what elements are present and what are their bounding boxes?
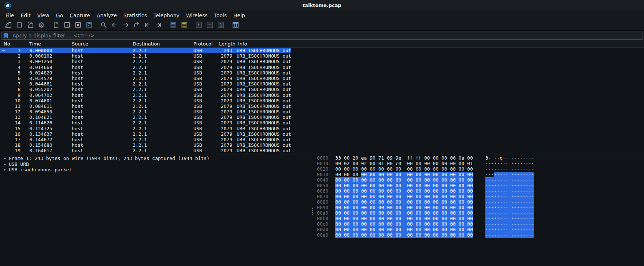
hex-row[interactable]: 00a000 00 00 00 00 00 00 00 00 00 00 00 … bbox=[314, 210, 644, 216]
packet-row[interactable]: 150.124725host2.2.1USB2079URB_ISOCHRONOU… bbox=[0, 126, 644, 131]
packet-row[interactable]: 100.074601host2.2.1USB2079URB_ISOCHRONOU… bbox=[0, 98, 644, 103]
reload-file-icon[interactable] bbox=[84, 20, 95, 30]
hex-offset: 0060 bbox=[317, 188, 328, 194]
auto-scroll-icon[interactable] bbox=[179, 20, 190, 30]
hex-row[interactable]: 009000 00 00 00 00 00 00 00 00 00 00 00 … bbox=[314, 205, 644, 210]
hex-row[interactable]: 004000 00 00 00 00 00 00 00 00 00 00 00 … bbox=[314, 177, 644, 183]
hex-row[interactable]: 008000 00 00 00 00 00 00 00 00 00 00 00 … bbox=[314, 199, 644, 205]
menu-capture[interactable]: Capture bbox=[66, 12, 93, 19]
capture-options-icon[interactable] bbox=[36, 20, 47, 30]
last-packet-icon[interactable] bbox=[153, 20, 164, 30]
hex-row[interactable]: 007000 00 00 00 00 00 00 00 00 00 00 00 … bbox=[314, 194, 644, 199]
menu-file[interactable]: File bbox=[2, 12, 17, 19]
hex-bytes: 00 00 00 00 00 00 00 00 00 00 00 00 00 0… bbox=[335, 216, 473, 221]
detail-item[interactable]: ▶Frame 1: 243 bytes on wire (1944 bits),… bbox=[0, 156, 311, 161]
hex-row[interactable]: 005000 00 00 00 00 00 00 00 00 00 00 00 … bbox=[314, 183, 644, 188]
go-to-packet-icon[interactable] bbox=[131, 20, 142, 30]
zoom-out-icon[interactable] bbox=[204, 20, 215, 30]
close-file-icon[interactable] bbox=[73, 20, 84, 30]
hex-row[interactable]: 002000 00 00 00 00 00 00 00 00 00 00 00 … bbox=[314, 166, 644, 172]
hex-row[interactable]: 001000 02 00 02 00 01 00 c0 00 00 00 00 … bbox=[314, 161, 644, 166]
first-packet-icon[interactable] bbox=[142, 20, 153, 30]
pane-splitter[interactable] bbox=[311, 154, 314, 266]
cell-destination: 2.2.1 bbox=[129, 59, 190, 64]
hex-bytes: 00 00 00 00 00 00 00 00 00 00 00 00 00 0… bbox=[335, 199, 473, 205]
hex-row[interactable]: 00b000 00 00 00 00 00 00 00 00 00 00 00 … bbox=[314, 216, 644, 221]
menu-wireless[interactable]: Wireless bbox=[183, 12, 211, 19]
expand-arrow-icon[interactable]: ▶ bbox=[3, 156, 7, 161]
packet-row[interactable]: 180.154680host2.2.1USB2079URB_ISOCHRONOU… bbox=[0, 142, 644, 148]
colorize-packets-icon[interactable] bbox=[168, 20, 179, 30]
packet-row[interactable]: 160.134637host2.2.1USB2079URB_ISOCHRONOU… bbox=[0, 131, 644, 137]
menu-telephony[interactable]: Telephony bbox=[150, 12, 183, 19]
column-header-length[interactable]: Length bbox=[215, 41, 234, 47]
packet-row[interactable]: 120.094650host2.2.1USB2079URB_ISOCHRONOU… bbox=[0, 109, 644, 114]
zoom-original-icon[interactable]: 1 bbox=[215, 20, 226, 30]
detail-item[interactable]: ▶USB URB bbox=[0, 161, 311, 167]
packet-row[interactable]: 10.000000host2.2.1USB243URB_ISOCHRONOUS … bbox=[0, 48, 644, 53]
packet-row[interactable]: 80.055202host2.2.1USB2079URB_ISOCHRONOUS… bbox=[0, 87, 644, 92]
packet-row[interactable]: 90.064702host2.2.1USB2079URB_ISOCHRONOUS… bbox=[0, 92, 644, 98]
column-header-source[interactable]: Source bbox=[68, 41, 129, 47]
detail-item[interactable]: ▶USB isochronous packet bbox=[0, 167, 311, 173]
cell-protocol: USB bbox=[190, 59, 215, 64]
cell-no: 7 bbox=[0, 81, 26, 87]
menu-analyze[interactable]: Analyze bbox=[93, 12, 120, 19]
menu-edit[interactable]: Edit bbox=[17, 12, 34, 19]
menu-help[interactable]: Help bbox=[230, 12, 248, 19]
packet-row[interactable]: 140.114626host2.2.1USB2079URB_ISOCHRONOU… bbox=[0, 120, 644, 125]
start-capture-icon[interactable] bbox=[3, 20, 14, 30]
packet-row[interactable]: 190.164617host2.2.1USB2079URB_ISOCHRONOU… bbox=[0, 148, 644, 153]
packet-row[interactable]: 130.104621host2.2.1USB2079URB_ISOCHRONOU… bbox=[0, 114, 644, 120]
column-header-no[interactable]: No. bbox=[0, 41, 26, 47]
menu-go[interactable]: Go bbox=[53, 12, 66, 19]
menu-tools[interactable]: Tools bbox=[211, 12, 230, 19]
stop-capture-icon[interactable] bbox=[14, 20, 25, 30]
cell-time: 0.074601 bbox=[26, 98, 68, 103]
display-filter-input[interactable] bbox=[10, 33, 643, 39]
packet-bytes-pane: 000033 00 20 ea 90 71 09 9e ff ff 00 00 … bbox=[314, 154, 644, 266]
hex-bytes-highlight: 00 00 00 00 00 00 00 00 00 00 00 00 00 bbox=[361, 172, 473, 177]
open-file-icon[interactable] bbox=[51, 20, 62, 30]
svg-text:1: 1 bbox=[220, 23, 222, 28]
bookmark-icon[interactable] bbox=[1, 32, 10, 39]
go-back-icon[interactable] bbox=[109, 20, 120, 30]
packet-row[interactable]: 170.144672host2.2.1USB2079URB_ISOCHRONOU… bbox=[0, 137, 644, 142]
packet-row[interactable]: 70.044661host2.2.1USB2079URB_ISOCHRONOUS… bbox=[0, 81, 644, 87]
hex-row[interactable]: 006000 00 00 00 00 00 00 00 00 00 00 00 … bbox=[314, 188, 644, 194]
cell-info: URB_ISOCHRONOUS out bbox=[234, 48, 644, 53]
hex-row[interactable]: 00d000 00 00 00 00 00 00 00 00 00 00 00 … bbox=[314, 227, 644, 232]
find-packet-icon[interactable] bbox=[98, 20, 109, 30]
resize-columns-icon[interactable] bbox=[230, 20, 241, 30]
menu-view[interactable]: View bbox=[34, 12, 53, 19]
zoom-in-icon[interactable] bbox=[193, 20, 204, 30]
cell-info: URB_ISOCHRONOUS out bbox=[234, 70, 644, 76]
column-header-destination[interactable]: Destination bbox=[129, 41, 190, 47]
hex-row[interactable]: 003000 00 00 00 00 00 00 00 00 00 00 00 … bbox=[314, 172, 644, 177]
column-header-info[interactable]: Info bbox=[234, 41, 644, 47]
hex-offset: 0020 bbox=[317, 166, 328, 172]
packet-row[interactable]: 50.024829host2.2.1USB2079URB_ISOCHRONOUS… bbox=[0, 70, 644, 76]
cell-source: host bbox=[68, 148, 129, 153]
cell-time: 0.124725 bbox=[26, 126, 68, 131]
column-header-time[interactable]: Time bbox=[26, 41, 68, 47]
hex-row[interactable]: 00e000 00 00 00 00 00 00 00 00 00 00 00 … bbox=[314, 232, 644, 238]
packet-row[interactable]: 20.000102host2.2.1USB2079URB_ISOCHRONOUS… bbox=[0, 53, 644, 59]
menu-statistics[interactable]: Statistics bbox=[120, 12, 150, 19]
go-forward-icon[interactable] bbox=[120, 20, 131, 30]
packet-row[interactable]: 110.084611host2.2.1USB2079URB_ISOCHRONOU… bbox=[0, 103, 644, 109]
cell-info: URB_ISOCHRONOUS out bbox=[234, 148, 644, 153]
save-file-icon[interactable] bbox=[62, 20, 73, 30]
hex-bytes: 00 00 00 00 00 00 00 00 00 00 00 00 00 0… bbox=[335, 232, 473, 238]
expand-arrow-icon[interactable]: ▶ bbox=[3, 161, 7, 167]
packet-row[interactable]: 60.034578host2.2.1USB2079URB_ISOCHRONOUS… bbox=[0, 76, 644, 81]
restart-capture-icon[interactable] bbox=[25, 20, 36, 30]
hex-row[interactable]: 00c000 00 00 00 00 00 00 00 00 00 00 00 … bbox=[314, 221, 644, 227]
expand-arrow-icon[interactable]: ▶ bbox=[3, 167, 7, 173]
hex-row[interactable]: 000033 00 20 ea 90 71 09 9e ff ff 00 00 … bbox=[314, 155, 644, 161]
column-header-protocol[interactable]: Protocol bbox=[190, 41, 215, 47]
cell-destination: 2.2.1 bbox=[129, 148, 190, 153]
packet-row[interactable]: 40.014668host2.2.1USB2079URB_ISOCHRONOUS… bbox=[0, 65, 644, 70]
packet-row[interactable]: 30.001250host2.2.1USB2079URB_ISOCHRONOUS… bbox=[0, 59, 644, 64]
hex-bytes: 00 00 00 00 00 00 00 00 00 00 00 00 00 0… bbox=[335, 227, 473, 232]
